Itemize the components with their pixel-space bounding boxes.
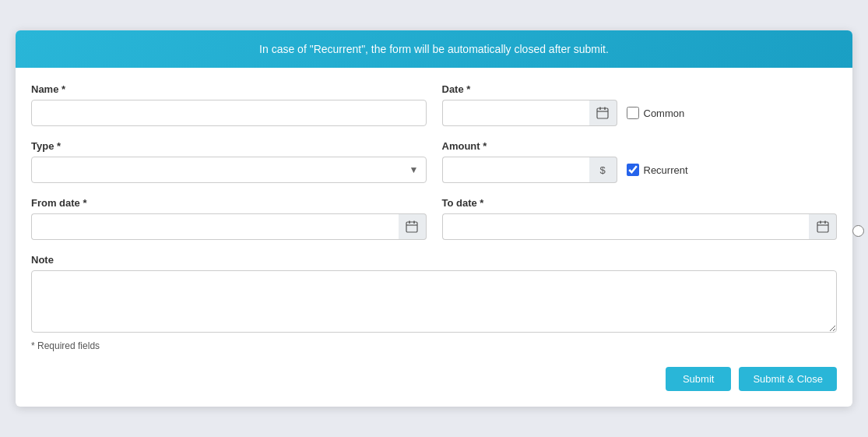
type-field-group: Type * ▼: [31, 140, 427, 183]
from-date-input[interactable]: [31, 213, 399, 240]
common-checkbox[interactable]: [627, 107, 639, 119]
to-date-label: To date *: [442, 197, 838, 209]
row-from-to: From date * To date *: [31, 197, 837, 240]
from-date-calendar-button[interactable]: [399, 213, 427, 240]
to-date-calendar-button[interactable]: [809, 213, 837, 240]
row-name-date: Name * Date * 26/07/2020: [31, 83, 837, 126]
svg-rect-0: [597, 108, 608, 118]
date-field-group: Date * 26/07/2020: [442, 83, 838, 126]
calendar-icon-to: [817, 220, 829, 233]
date-input-wrapper: 26/07/2020: [442, 100, 617, 126]
amount-field-group: Amount * $ Recurrent: [442, 140, 838, 183]
recurrence-radio-row: Daily Weekly Monthly: [852, 203, 868, 237]
date-calendar-button[interactable]: [589, 100, 617, 126]
required-note: * Required fields: [31, 340, 837, 351]
type-select[interactable]: [31, 157, 427, 183]
footer: Submit Submit & Close: [16, 359, 852, 391]
modal-container: In case of "Recurrent", the form will be…: [16, 30, 852, 407]
amount-label: Amount *: [442, 140, 838, 152]
amount-row: $ Recurrent: [442, 157, 838, 183]
svg-rect-4: [406, 222, 417, 232]
recurrent-label: Recurrent: [644, 164, 688, 176]
banner: In case of "Recurrent", the form will be…: [16, 30, 852, 68]
amount-suffix: $: [589, 157, 617, 183]
calendar-icon-from: [406, 220, 418, 233]
row-type-amount: Type * ▼ Amount * $: [31, 140, 837, 183]
amount-input[interactable]: [442, 157, 589, 183]
date-label: Date *: [442, 83, 838, 95]
date-row: 26/07/2020 Common: [442, 100, 838, 126]
type-select-wrapper: ▼: [31, 157, 427, 183]
daily-radio[interactable]: [852, 225, 864, 237]
to-date-input-wrapper: [442, 213, 838, 240]
from-date-field-group: From date *: [31, 197, 427, 240]
recurrent-checkbox[interactable]: [627, 164, 639, 176]
amount-input-wrapper: $: [442, 157, 617, 183]
form-body: Name * Date * 26/07/2020: [16, 83, 852, 351]
daily-radio-label[interactable]: Daily: [852, 225, 868, 237]
banner-text: In case of "Recurrent", the form will be…: [259, 43, 609, 55]
common-checkbox-label[interactable]: Common: [627, 107, 685, 119]
submit-close-button[interactable]: Submit & Close: [739, 367, 837, 391]
radio-group: Daily Weekly Monthly: [852, 197, 868, 240]
name-label: Name *: [31, 83, 427, 95]
note-textarea[interactable]: [31, 270, 837, 333]
type-label: Type *: [31, 140, 427, 152]
common-label: Common: [644, 107, 685, 119]
name-field-group: Name *: [31, 83, 427, 126]
to-date-field-group: To date *: [442, 197, 838, 240]
from-date-label: From date *: [31, 197, 427, 209]
svg-rect-8: [817, 222, 828, 232]
from-date-input-wrapper: [31, 213, 427, 240]
note-field-group: Note: [31, 254, 837, 333]
note-label: Note: [31, 254, 837, 266]
recurrent-checkbox-label[interactable]: Recurrent: [627, 164, 688, 176]
name-input[interactable]: [31, 100, 427, 126]
submit-button[interactable]: Submit: [666, 367, 731, 391]
calendar-icon: [596, 107, 609, 119]
date-input[interactable]: 26/07/2020: [442, 100, 589, 126]
to-date-input[interactable]: [442, 213, 810, 240]
